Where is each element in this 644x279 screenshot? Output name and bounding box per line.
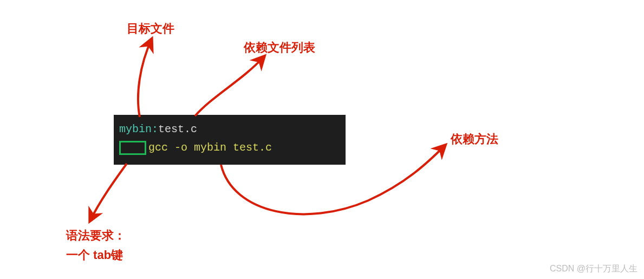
label-dep-method: 依赖方法: [451, 131, 498, 147]
tab-indicator-box: [119, 141, 146, 155]
code-block: mybin:test.c gcc -o mybin test.c: [114, 115, 346, 165]
label-syntax-line2: 一个 tab键: [66, 247, 123, 263]
arrow-dep-list: [195, 56, 264, 116]
code-line-rule: mybin:test.c: [119, 121, 340, 138]
code-dependencies: test.c: [158, 123, 197, 135]
watermark: CSDN @行十万里人生: [550, 263, 638, 275]
label-dep-list: 依赖文件列表: [244, 40, 315, 56]
arrow-target-file: [138, 39, 152, 117]
label-target-file: 目标文件: [127, 21, 174, 37]
label-syntax-line1: 语法要求：: [66, 228, 126, 244]
code-command: gcc -o mybin test.c: [148, 140, 272, 156]
arrow-syntax: [90, 164, 127, 221]
code-line-command: gcc -o mybin test.c: [119, 140, 340, 156]
code-separator: :: [152, 123, 158, 135]
code-target: mybin: [119, 123, 152, 135]
